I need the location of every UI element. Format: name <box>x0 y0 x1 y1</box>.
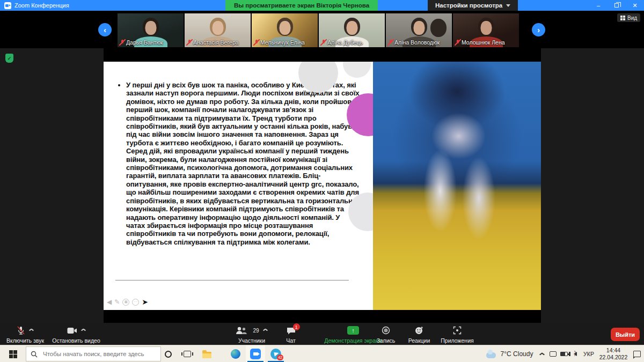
file-explorer-button[interactable] <box>197 345 216 362</box>
slide-bullet-text: У перші дні у всіх був шок та паніка, ос… <box>126 81 360 246</box>
grid-view-icon <box>620 16 625 20</box>
view-settings-button[interactable]: Настройки просмотра <box>428 0 518 11</box>
maximize-button[interactable] <box>608 0 626 11</box>
weather-text[interactable]: 7°C Cloudy <box>498 345 536 362</box>
muted-mic-icon <box>187 40 192 46</box>
zoom-app-icon <box>4 2 11 9</box>
weather-icon <box>486 345 496 362</box>
participant-tile[interactable]: Анастасія Вегера <box>185 13 251 47</box>
muted-mic-icon <box>321 40 326 46</box>
slide-bullet-list: У перші дні у всіх був шок та паніка, ос… <box>118 81 360 246</box>
action-center-icon <box>633 351 641 357</box>
view-button[interactable]: Вид <box>617 13 640 22</box>
participant-name: Дарья Бантюк <box>126 39 163 46</box>
search-icon <box>31 351 38 358</box>
next-slide-icon[interactable]: ➤ <box>142 298 148 306</box>
zoom-icon <box>250 349 261 359</box>
unmute-button[interactable]: Включить звук <box>2 324 48 344</box>
slide-photo-hands-over-face-ukraine-flag <box>373 62 541 310</box>
record-icon <box>382 326 390 335</box>
scroll-right-button[interactable]: › <box>532 23 545 36</box>
search-input[interactable] <box>42 350 149 358</box>
participant-tile[interactable]: Дарья Бантюк <box>118 13 184 47</box>
mic-options-chevron[interactable] <box>29 329 34 332</box>
cortana-button[interactable] <box>159 345 177 362</box>
participants-icon <box>236 327 247 335</box>
participants-button[interactable]: 29 Участники <box>229 324 275 344</box>
more-options-icon[interactable]: ⋯ <box>132 299 139 306</box>
slide-text-column: У перші дні у всіх був шок та паніка, ос… <box>104 62 373 310</box>
reactions-button[interactable]: Реакции <box>404 324 435 344</box>
telegram-icon: 42 <box>270 349 281 359</box>
participant-tile[interactable]: Аліна Воловодюк <box>386 13 452 47</box>
stop-video-button[interactable]: Остановить видео <box>50 324 102 344</box>
windows-taskbar: 42 7°C Cloudy УКР 14:44 22.04.2022 <box>0 345 644 362</box>
chat-button[interactable]: 1 Чат <box>279 324 303 344</box>
volume-tray-icon[interactable] <box>570 345 581 362</box>
video-options-chevron[interactable] <box>81 329 86 332</box>
chevron-up-icon <box>539 353 544 356</box>
display-tray-icon[interactable] <box>547 345 558 362</box>
zoom-meeting-window: Zoom Конференция Вы просматриваете экран… <box>0 0 644 362</box>
title-bar: Zoom Конференция Вы просматриваете экран… <box>0 0 644 11</box>
minimize-button[interactable]: – <box>589 0 608 11</box>
participant-tile[interactable]: Аліна Дубець <box>319 13 385 47</box>
scroll-left-button[interactable]: ‹ <box>98 23 112 36</box>
task-view-icon <box>184 351 191 357</box>
language-indicator[interactable]: УКР <box>581 345 597 362</box>
edge-browser-button[interactable] <box>226 345 245 362</box>
participant-name: Мельничук Еліна <box>260 39 305 46</box>
participant-silhouette <box>279 21 290 35</box>
action-center-button[interactable] <box>631 345 643 362</box>
telegram-taskbar-button[interactable]: 42 <box>266 345 286 362</box>
window-title: Zoom Конференция <box>14 2 69 9</box>
presentation-slide: У перші дні у всіх був шок та паніка, ос… <box>104 62 541 310</box>
zoom-taskbar-button[interactable] <box>246 345 265 362</box>
video-camera-icon <box>67 327 77 334</box>
encryption-shield-icon: ✓ <box>5 54 13 63</box>
muted-mic-icon <box>254 40 259 46</box>
participant-name: Молошнюк Лена <box>462 39 505 46</box>
show-hidden-icons-button[interactable] <box>537 345 546 362</box>
view-settings-label: Настройки просмотра <box>435 2 502 9</box>
task-view-button[interactable] <box>178 345 196 362</box>
participant-silhouette <box>212 21 223 35</box>
participant-silhouette <box>145 21 156 35</box>
muted-mic-icon <box>120 40 125 46</box>
shared-screen-area: ✓ У перші дні у всіх був шок та паніка, … <box>0 48 644 323</box>
participants-count: 29 <box>253 328 259 334</box>
window-controls: – ✕ <box>589 0 644 11</box>
close-button[interactable]: ✕ <box>626 0 644 11</box>
start-button[interactable] <box>0 345 26 362</box>
zoom-toolbar: Включить звук Остановить видео 2 <box>0 323 644 345</box>
record-button[interactable]: Запись <box>370 324 401 344</box>
muted-mic-icon <box>455 40 460 46</box>
date: 22.04.2022 <box>599 354 628 361</box>
slide-divider-line <box>115 280 349 280</box>
previous-slide-icon[interactable]: ◀ <box>107 299 112 305</box>
participant-name: Аліна Воловодюк <box>394 39 440 46</box>
edge-icon <box>231 349 240 359</box>
leave-meeting-button[interactable]: Выйти <box>611 328 640 341</box>
screen-share-icon: ↑ <box>347 326 359 335</box>
cortana-icon <box>165 351 172 358</box>
clock[interactable]: 14:44 22.04.2022 <box>597 345 630 362</box>
participant-name: Анастасія Вегера <box>193 39 239 46</box>
show-all-slides-icon[interactable]: ▣ <box>122 299 129 306</box>
participant-tile[interactable]: Молошнюк Лена <box>453 13 519 47</box>
shared-presentation: У перші дні у всіх був шок та паніка, ос… <box>104 48 541 323</box>
folder-icon <box>202 352 211 358</box>
muted-mic-icon <box>17 326 25 335</box>
video-strip: ‹ › Вид Дарья Бантюк Анастасія Вегера Ме… <box>0 11 644 48</box>
participant-tile[interactable]: Мельничук Еліна <box>252 13 318 47</box>
participants-options-chevron[interactable] <box>263 329 268 332</box>
slideshow-controls: ◀ ✎ ▣ ⋯ ➤ <box>107 298 148 306</box>
battery-tray-icon[interactable] <box>559 345 569 362</box>
apps-button[interactable]: Приложения <box>437 324 478 344</box>
windows-logo-icon <box>9 350 17 358</box>
pen-tool-icon[interactable]: ✎ <box>114 299 120 305</box>
apps-icon <box>453 326 462 335</box>
muted-mic-icon <box>388 40 393 46</box>
telegram-badge: 42 <box>277 354 283 360</box>
taskbar-search[interactable] <box>26 346 161 361</box>
